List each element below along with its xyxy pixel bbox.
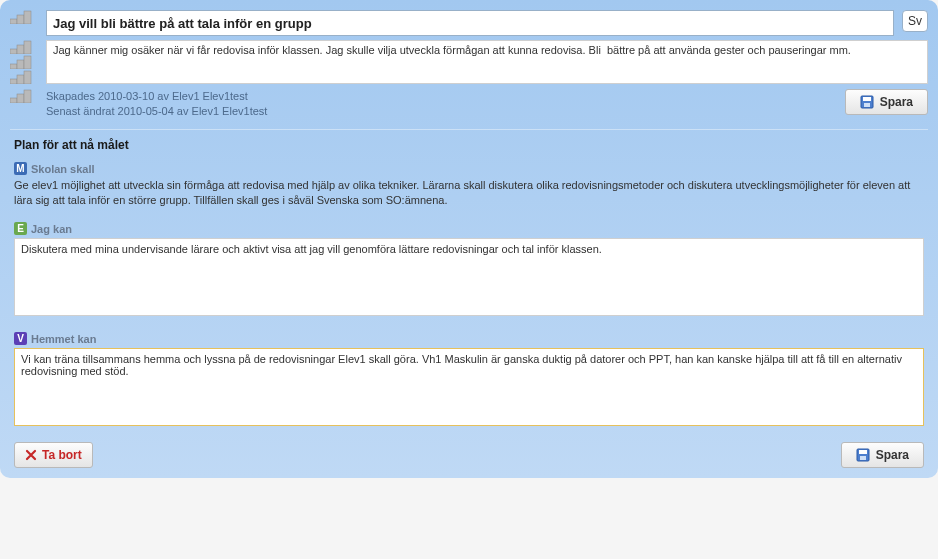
badge-v-icon: V bbox=[14, 332, 27, 345]
goal-title-input[interactable] bbox=[46, 10, 894, 36]
stair-icon bbox=[10, 89, 34, 103]
stair-icon bbox=[10, 10, 34, 24]
svg-rect-13 bbox=[17, 94, 24, 103]
delete-button[interactable]: Ta bort bbox=[14, 442, 93, 468]
svg-rect-20 bbox=[860, 456, 866, 460]
stair-icon bbox=[10, 70, 34, 84]
badge-m-icon: M bbox=[14, 162, 27, 175]
hemmet-textarea[interactable] bbox=[14, 348, 924, 426]
section-jag: E Jag kan bbox=[14, 222, 924, 318]
svg-rect-16 bbox=[863, 97, 871, 101]
divider bbox=[10, 129, 928, 130]
meta-info: Skapades 2010-03-10 av Elev1 Elev1test S… bbox=[46, 89, 267, 119]
save-icon bbox=[856, 448, 870, 462]
svg-rect-17 bbox=[864, 103, 870, 107]
svg-rect-7 bbox=[17, 60, 24, 69]
section-hemmet: V Hemmet kan bbox=[14, 332, 924, 428]
svg-rect-4 bbox=[17, 45, 24, 54]
close-icon bbox=[25, 449, 37, 461]
svg-rect-0 bbox=[10, 19, 17, 24]
svg-rect-3 bbox=[10, 49, 17, 54]
language-badge[interactable]: Sv bbox=[902, 10, 928, 32]
section-skolan: M Skolan skall Ge elev1 möjlighet att ut… bbox=[14, 162, 924, 208]
save-label: Spara bbox=[880, 95, 913, 109]
badge-e-icon: E bbox=[14, 222, 27, 235]
svg-rect-9 bbox=[10, 79, 17, 84]
svg-rect-10 bbox=[17, 75, 24, 84]
svg-rect-1 bbox=[17, 15, 24, 24]
goal-description-textarea[interactable] bbox=[46, 40, 928, 84]
section-label-skolan: Skolan skall bbox=[31, 163, 95, 175]
jag-textarea[interactable] bbox=[14, 238, 924, 316]
stair-icon bbox=[10, 55, 34, 69]
svg-rect-5 bbox=[24, 41, 31, 54]
plan-heading: Plan för att nå målet bbox=[14, 138, 924, 152]
section-label-hemmet: Hemmet kan bbox=[31, 333, 96, 345]
skolan-text: Ge elev1 möjlighet att utveckla sin förm… bbox=[14, 178, 924, 208]
svg-rect-11 bbox=[24, 71, 31, 84]
save-button-bottom[interactable]: Spara bbox=[841, 442, 924, 468]
svg-rect-8 bbox=[24, 56, 31, 69]
save-icon bbox=[860, 95, 874, 109]
save-button-top[interactable]: Spara bbox=[845, 89, 928, 115]
svg-rect-2 bbox=[24, 11, 31, 24]
svg-rect-14 bbox=[24, 90, 31, 103]
svg-rect-12 bbox=[10, 98, 17, 103]
svg-rect-19 bbox=[859, 450, 867, 454]
delete-label: Ta bort bbox=[42, 448, 82, 462]
svg-rect-6 bbox=[10, 64, 17, 69]
created-text: Skapades 2010-03-10 av Elev1 Elev1test bbox=[46, 89, 267, 104]
modified-text: Senast ändrat 2010-05-04 av Elev1 Elev1t… bbox=[46, 104, 267, 119]
section-label-jag: Jag kan bbox=[31, 223, 72, 235]
save-label: Spara bbox=[876, 448, 909, 462]
stair-icon bbox=[10, 40, 34, 54]
